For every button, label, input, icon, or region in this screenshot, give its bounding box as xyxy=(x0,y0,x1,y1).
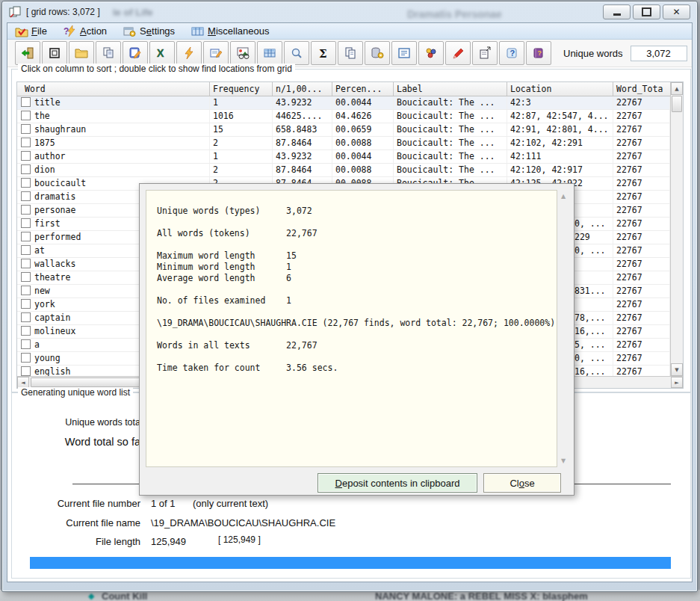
row-checkbox[interactable] xyxy=(21,312,31,322)
search-icon xyxy=(289,46,304,60)
row-checkbox[interactable] xyxy=(21,366,31,376)
current-file-name-value: \19_DRAMA\BOUCICAU\SHAUGHRA.CIE xyxy=(151,517,335,528)
row-checkbox[interactable] xyxy=(21,124,31,134)
toolbar-button-paste[interactable] xyxy=(96,41,121,65)
percent-cell: 00.0088 xyxy=(332,164,394,176)
toolbar-button-search[interactable] xyxy=(284,41,309,65)
word-total-cell: 22767 xyxy=(613,366,670,376)
minimize-button[interactable] xyxy=(603,4,631,19)
row-checkbox[interactable] xyxy=(21,164,31,174)
grid-header: WordFrequencyn/1,00...Percen...LabelLoca… xyxy=(17,82,670,96)
row-checkbox[interactable] xyxy=(21,138,31,147)
settings-menu-icon xyxy=(123,25,137,37)
word-total-cell: 22767 xyxy=(613,231,670,244)
menu-miscellaneous[interactable]: Miscellaneous xyxy=(188,25,272,38)
menu-file[interactable]: File xyxy=(12,25,50,38)
toolbar-button-table[interactable] xyxy=(257,41,282,65)
row-checkbox[interactable] xyxy=(21,259,31,268)
progress-bar xyxy=(30,557,671,569)
toolbar-button-help[interactable]: ? xyxy=(499,41,524,65)
toolbar-button-mark[interactable] xyxy=(445,41,471,65)
open-folder-icon xyxy=(74,46,89,60)
row-checkbox[interactable] xyxy=(21,286,31,295)
dialog-scroll-down-icon[interactable]: ▼ xyxy=(557,457,569,464)
grid-vertical-scrollbar[interactable]: ▲ ▼ xyxy=(670,82,683,376)
toolbar-button-sum[interactable]: Σ xyxy=(311,41,336,65)
column-header-label[interactable]: Label xyxy=(394,82,507,96)
sigma-icon: Σ xyxy=(316,46,331,60)
table-row[interactable]: title 1 43.9232 00.0044 Boucicault: The … xyxy=(17,96,670,110)
toolbar-button-manual[interactable]: ? xyxy=(526,41,551,65)
toolbar-button-run[interactable] xyxy=(176,41,202,65)
toolbar-button-form-edit[interactable] xyxy=(203,41,229,65)
n-per-thousand-cell: 87.8464 xyxy=(273,164,332,176)
word-cell: author xyxy=(34,151,66,161)
column-header-location[interactable]: Location xyxy=(507,82,613,96)
menu-file-label: File xyxy=(31,25,47,37)
scroll-right-button[interactable]: ► xyxy=(671,377,683,388)
maximize-button[interactable] xyxy=(633,4,660,19)
dialog-scroll-up-icon[interactable]: ▲ xyxy=(557,193,569,200)
unique-words-label: Unique words xyxy=(563,48,623,59)
toolbar-button-edit[interactable] xyxy=(123,41,148,65)
toolbar-button-select-area[interactable] xyxy=(42,41,67,65)
vertical-scroll-thumb[interactable] xyxy=(672,96,682,112)
row-checkbox[interactable] xyxy=(21,299,31,309)
table-row[interactable]: dion 2 87.8464 00.0088 Boucicault: The .… xyxy=(17,164,670,177)
word-cell: first xyxy=(34,218,61,229)
titlebar[interactable]: [ grid rows: 3,072 ] le of Life Dramatis… xyxy=(2,1,697,22)
toolbar-button-list[interactable] xyxy=(391,41,417,65)
toolbar-button-database[interactable] xyxy=(365,41,390,65)
toolbar-button-excel[interactable]: X xyxy=(149,41,175,65)
row-checkbox[interactable] xyxy=(21,353,31,363)
row-checkbox[interactable] xyxy=(21,272,31,282)
word-total-cell: 22767 xyxy=(613,123,670,136)
toolbar-button-open[interactable] xyxy=(69,41,94,65)
row-checkbox[interactable] xyxy=(21,151,31,161)
row-checkbox[interactable] xyxy=(21,178,31,188)
scroll-up-button[interactable]: ▲ xyxy=(671,82,683,95)
toolbar-button-colour-words[interactable] xyxy=(418,41,444,65)
menu-action[interactable]: ? Action xyxy=(61,25,110,38)
close-button[interactable]: ✕ xyxy=(663,4,690,19)
app-icon xyxy=(8,5,23,19)
scroll-left-button[interactable]: ◄ xyxy=(17,377,29,388)
label-cell: Boucicault: The ... xyxy=(394,96,507,109)
column-header-word-tota[interactable]: Word_Tota xyxy=(613,82,670,96)
row-checkbox[interactable] xyxy=(21,218,31,228)
location-cell: 42:120, 42:917 xyxy=(507,164,613,176)
table-row[interactable]: 1875 2 87.8464 00.0088 Boucicault: The .… xyxy=(17,137,670,150)
column-header-percen-[interactable]: Percen... xyxy=(332,82,394,96)
dialog-close-button[interactable]: Close xyxy=(483,473,561,493)
table-row[interactable]: the 1016 44625.... 04.4626 Boucicault: T… xyxy=(17,110,670,123)
column-header-word[interactable]: Word xyxy=(17,82,210,96)
dialog-scrollbar[interactable]: ▲ ▼ xyxy=(557,190,569,467)
toolbar-button-copy[interactable] xyxy=(338,41,363,65)
menu-settings[interactable]: Settings xyxy=(120,25,178,38)
percent-cell: 04.4626 xyxy=(332,110,394,123)
row-checkbox[interactable] xyxy=(21,191,31,201)
row-checkbox[interactable] xyxy=(21,205,31,215)
table-row[interactable]: shaughraun 15 658.8483 00.0659 Boucicaul… xyxy=(17,123,670,137)
word-cell: english xyxy=(34,366,70,376)
row-checkbox[interactable] xyxy=(21,97,31,107)
toolbar-button-exit[interactable] xyxy=(15,41,40,65)
row-checkbox[interactable] xyxy=(21,245,31,255)
word-total-cell: 22767 xyxy=(613,244,670,257)
word-cell: wallacks xyxy=(34,259,75,269)
label-cell: Boucicault: The ... xyxy=(394,110,507,123)
row-checkbox[interactable] xyxy=(21,232,31,241)
scroll-down-button[interactable]: ▼ xyxy=(671,363,683,376)
toolbar-button-properties[interactable] xyxy=(472,41,498,65)
column-header-frequency[interactable]: Frequency xyxy=(210,82,273,96)
row-checkbox[interactable] xyxy=(21,326,31,336)
column-header-n-1-00-[interactable]: n/1,00... xyxy=(273,82,332,96)
deposit-button[interactable]: Deposit contents in clipboard xyxy=(318,473,477,493)
copy-icon xyxy=(343,46,358,60)
word-cell: dion xyxy=(34,164,55,175)
row-checkbox[interactable] xyxy=(21,339,31,349)
table-row[interactable]: author 1 43.9232 00.0044 Boucicault: The… xyxy=(17,150,670,164)
location-cell: 42:102, 42:291 xyxy=(507,137,613,150)
row-checkbox[interactable] xyxy=(21,111,31,120)
toolbar-button-view-picture[interactable] xyxy=(230,41,255,65)
